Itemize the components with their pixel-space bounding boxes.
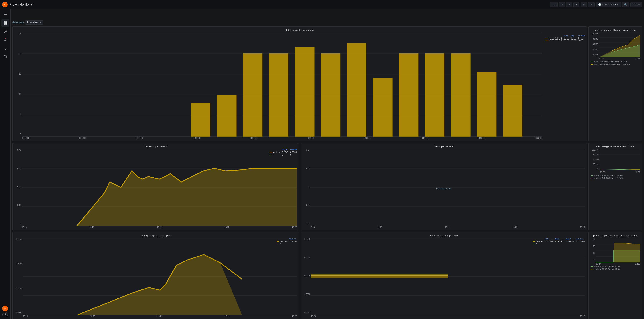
svg-marker-40 [22,168,297,226]
legend-color-1 [545,38,548,38]
svg-rect-4 [555,4,555,6]
panel-title-memory: Memory usage - Overall Proton Stack [590,28,640,32]
total-requests-legend: max avg current HTTP 200 OK 0 0 0 HTTP 2… [542,32,585,139]
panel-memory-usage: Memory usage - Overall Proton Stack 100 … [588,26,642,141]
svg-rect-28 [347,43,366,136]
svg-rect-9 [4,23,5,24]
main-content: datasource Prometheus ▾ Total requests p… [10,18,644,319]
dashboard-title[interactable]: Proton Monitor ▾ [10,3,32,6]
rps-chart [22,149,297,226]
refresh-button[interactable]: ↻ 3s ▾ [630,2,642,7]
sidebar: P ? [0,9,10,319]
svg-rect-2 [553,4,553,6]
tv-mode-button[interactable]: 🖥 [588,2,594,7]
datasource-label: datasource [12,21,24,24]
panel-total-requests: Total requests per minute 25 20 15 10 5 … [12,26,587,141]
svg-rect-30 [399,54,418,137]
sidebar-item-config[interactable] [1,44,9,52]
panel-title-total-requests: Total requests per minute [14,28,585,32]
svg-marker-59 [23,254,242,315]
svg-rect-3 [554,4,554,6]
clock-icon: 🕐 [598,3,601,6]
panel-cpu-usage: CPU usage - Overall Proton Stack 100.00%… [588,143,642,230]
svg-marker-12 [4,30,6,32]
panel-request-duration: Request duration [s] - 0.5 0.0035 0.0030… [300,232,587,319]
sidebar-item-help[interactable]: ? [2,312,8,318]
art-legend: current /metrics 1.06 ms / [277,238,297,245]
svg-rect-24 [243,54,262,137]
sidebar-item-add[interactable] [1,11,9,18]
svg-rect-8 [5,22,7,23]
star-button[interactable]: ☆ [559,2,565,7]
svg-rect-34 [503,84,522,136]
svg-rect-31 [425,54,444,137]
svg-rect-27 [321,54,340,137]
svg-rect-29 [373,78,392,136]
playlist-button[interactable]: ▶ [574,2,580,7]
panel-open-fds: process open fds - Overall Proton Stack … [588,232,642,319]
svg-rect-25 [269,54,288,137]
search-button[interactable]: 🔍 [622,2,629,7]
cpu-legend: cpu Max: 5.600% Current: 5.006% cpu Max:… [590,175,640,179]
variable-bar: datasource Prometheus ▾ [12,20,642,24]
panel-title-cpu: CPU usage - Overall Proton Stack [590,145,640,148]
no-data-label: No data points [436,175,451,202]
panel-avg-response-time: Average response time [30s] 2.0 ms 1.5 m… [12,232,299,319]
svg-rect-23 [217,95,236,137]
settings-button[interactable]: ⚙ [580,2,587,7]
navbar-left: G Proton Monitor ▾ [2,2,32,7]
svg-text:G: G [4,4,6,6]
fds-legend: cpu Max: 10.00 Current: 10.00 cpu Max: 1… [590,266,640,270]
dashboard-grid: Total requests per minute 25 20 15 10 5 … [12,26,642,319]
graph-view-button[interactable] [550,2,558,7]
rps-legend: avg▼ current /metrics 0.2640 0.3338 / 0 … [269,148,297,156]
svg-marker-53 [599,45,640,57]
svg-rect-33 [477,72,496,137]
memory-chart [599,32,640,57]
panel-title-rd: Request duration [s] - 0.5 [303,234,585,237]
svg-rect-10 [5,23,7,24]
panel-title-rps: Requests per second [14,145,297,148]
svg-rect-22 [191,103,210,136]
chevron-down-icon: ▾ [40,21,42,24]
panel-title-fds: process open fds - Overall Proton Stack [590,234,640,237]
panel-requests-per-second: Requests per second 0.40 0.30 0.20 0.10 … [12,143,299,230]
sidebar-item-explore[interactable] [1,28,9,35]
time-range-button[interactable]: 🕐 Last 5 minutes [596,2,621,7]
rd-legend: min max avg▼ current /metrics 0.002500 0… [533,238,585,245]
cpu-chart [600,149,640,171]
navbar-right: ☆ ↗ ▶ ⚙ 🖥 🕐 Last 5 minutes 🔍 ↻ 3s ▾ [550,2,642,7]
svg-point-14 [5,38,6,39]
refresh-icon: ↻ [632,3,634,6]
memory-legend: mem - cadvisor:8080 Current: 54.3 MB mem… [590,61,640,66]
svg-rect-26 [295,47,314,137]
svg-rect-32 [451,54,470,137]
grafana-logo: G [2,2,8,7]
sidebar-bottom: P ? [2,306,8,319]
sidebar-item-shield[interactable] [1,53,9,60]
sidebar-item-dashboard[interactable] [1,19,9,27]
total-requests-chart [22,32,542,137]
rd-chart [311,238,585,315]
sidebar-item-alerting[interactable] [1,36,9,44]
fds-chart [596,238,640,262]
chevron-down-icon: ▾ [31,3,32,6]
svg-rect-7 [4,22,5,23]
navbar: G Proton Monitor ▾ ☆ ↗ ▶ ⚙ 🖥 🕐 Last 5 mi… [0,0,644,9]
avatar[interactable]: P [2,306,8,311]
panel-title-eps: Errors per second [303,145,585,148]
datasource-select[interactable]: Prometheus ▾ [25,20,43,24]
chevron-down-icon: ▾ [638,3,640,6]
panel-title-art: Average response time [30s] [14,234,297,237]
svg-marker-78 [614,243,640,262]
art-chart [23,238,297,315]
panel-errors-per-second: Errors per second 1.0 0.5 0 -0.5 -1.0 No… [300,143,587,230]
share-button[interactable]: ↗ [566,2,572,7]
legend-color-2 [545,40,548,40]
